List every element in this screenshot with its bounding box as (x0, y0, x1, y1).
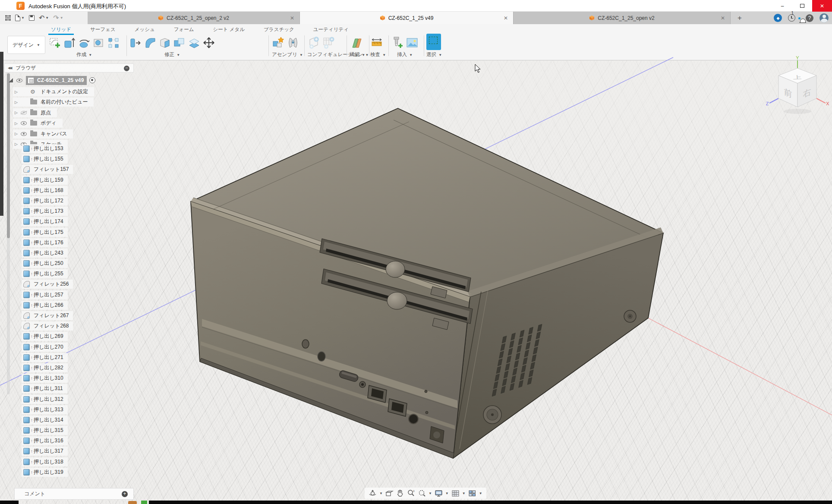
create-dropdown[interactable]: 作成 ▼ (48, 51, 120, 58)
extrude-button[interactable] (63, 35, 76, 50)
pattern-button[interactable] (107, 35, 120, 50)
look-at-button[interactable] (385, 489, 394, 498)
visibility-toggle[interactable] (21, 132, 30, 136)
chevron-down-icon[interactable]: ▼ (379, 491, 383, 495)
activate-component-icon[interactable] (89, 77, 95, 83)
collapse-panel-icon[interactable]: ◀◀ (8, 66, 11, 70)
hole-button[interactable] (92, 35, 105, 50)
feature-row[interactable]: 押し出し269 (22, 332, 68, 341)
construct-plane-button[interactable] (350, 35, 362, 50)
feature-row[interactable]: フィレット157 (22, 165, 73, 174)
close-tab-icon[interactable]: ✕ (721, 15, 725, 21)
expand-arrow-icon[interactable]: ▷ (15, 142, 21, 146)
feature-row[interactable]: 押し出し175 (22, 228, 68, 237)
collapse-all-icon[interactable]: − (124, 66, 129, 71)
grid-settings-button[interactable] (451, 489, 460, 498)
browser-folder-row[interactable]: ▷ ⚙ キャンバス (13, 129, 73, 139)
feature-row[interactable]: 押し出し173 (22, 207, 68, 216)
job-status-button[interactable]: 1 (788, 14, 794, 22)
browser-scrollbar-thumb[interactable] (7, 73, 10, 238)
expand-triangle-icon[interactable] (9, 78, 13, 82)
feature-row[interactable]: 押し出し172 (22, 196, 68, 205)
visibility-toggle[interactable] (16, 79, 26, 82)
extensions-icon[interactable]: ◆ (774, 14, 782, 22)
comment-bar[interactable]: コメント + (14, 488, 134, 500)
pan-button[interactable] (396, 489, 405, 498)
feature-row[interactable]: 押し出し313 (22, 405, 68, 414)
cad-model-body[interactable] (191, 108, 663, 458)
undo-button[interactable]: ↶▼ (39, 13, 49, 23)
feature-row[interactable]: 押し出し243 (22, 249, 68, 258)
chevron-down-icon[interactable]: ▼ (462, 491, 466, 495)
select-button[interactable] (426, 34, 441, 50)
browser-folder-row[interactable]: ▷ ⚙ ドキュメントの設定 (13, 87, 94, 96)
expand-arrow-icon[interactable]: ▷ (15, 132, 21, 136)
close-button[interactable]: ✕ (812, 0, 832, 12)
file-menu-button[interactable]: ▼ (15, 13, 25, 23)
tab-doc-1[interactable]: CZ-652C_1_25_open_2 v2 ✕ (88, 12, 300, 24)
create-sketch-button[interactable] (48, 35, 61, 50)
app-grid-icon[interactable] (5, 13, 11, 23)
new-component-button[interactable] (272, 35, 285, 50)
feature-row[interactable]: 押し出し282 (22, 363, 68, 372)
tab-doc-3[interactable]: CZ-652C_1_25_open v2 ✕ (514, 12, 731, 24)
browser-scrollbar-track[interactable] (7, 72, 10, 394)
ribbon-tab[interactable]: シート メタル (213, 25, 245, 35)
minimize-button[interactable]: – (772, 0, 792, 12)
3d-viewport[interactable]: ◀◀ ブラウザ − CZ-652C_1_25 v49 ▷ ⚙ ドキュメントの設定 (0, 60, 832, 504)
feature-row[interactable]: フィレット267 (22, 311, 73, 320)
construct-dropdown[interactable]: 構築 ▼ (350, 51, 365, 58)
inspect-dropdown[interactable]: 検査 ▼ (370, 51, 386, 58)
fit-button[interactable] (417, 489, 426, 498)
modify-dropdown[interactable]: 修正 ▼ (129, 51, 215, 58)
feature-row[interactable]: 押し出し316 (22, 436, 68, 445)
insert-canvas-button[interactable] (406, 35, 419, 50)
browser-header[interactable]: ◀◀ ブラウザ − (4, 63, 134, 72)
browser-root-row[interactable]: CZ-652C_1_25 v49 (9, 76, 95, 85)
browser-folder-row[interactable]: ▷ ⚙ ボディ (13, 119, 63, 128)
viewports-button[interactable] (468, 489, 477, 498)
feature-row[interactable]: 押し出し319 (22, 468, 68, 477)
feature-row[interactable]: 押し出し153 (22, 144, 68, 153)
save-button[interactable] (29, 13, 35, 23)
feature-row[interactable]: フィレット268 (22, 321, 73, 331)
expand-arrow-icon[interactable]: ▷ (15, 121, 21, 126)
display-settings-button[interactable] (434, 489, 443, 498)
combine-button[interactable] (173, 35, 186, 50)
feature-row[interactable]: 押し出し168 (22, 186, 68, 195)
avatar[interactable] (819, 13, 829, 22)
feature-row[interactable]: 押し出し250 (22, 259, 68, 268)
expand-arrow-icon[interactable]: ▷ (15, 100, 21, 104)
move-copy-button[interactable] (202, 35, 215, 50)
feature-row[interactable]: 押し出し174 (22, 217, 68, 226)
joint-button[interactable] (287, 35, 299, 50)
redo-button[interactable]: ↷▼ (53, 13, 63, 23)
press-pull-button[interactable] (129, 35, 142, 50)
zoom-button[interactable]: ± (407, 489, 416, 498)
expand-arrow-icon[interactable]: ▷ (15, 90, 21, 94)
feature-row[interactable]: 押し出し317 (22, 447, 68, 456)
feature-row[interactable]: 押し出し270 (22, 343, 68, 352)
view-cube[interactable]: 上 前 右 Y Z X (764, 56, 831, 121)
feature-row[interactable]: 押し出し255 (22, 269, 68, 278)
browser-folder-row[interactable]: ▷ ⚙ 原点 (13, 108, 57, 117)
new-tab-button[interactable]: + (735, 13, 744, 23)
feature-row[interactable]: 押し出し266 (22, 301, 68, 310)
feature-row[interactable]: 押し出し318 (22, 457, 68, 466)
feature-row[interactable]: 押し出し315 (22, 426, 68, 435)
insert-dropdown[interactable]: 挿入 ▼ (391, 51, 419, 58)
workspace-selector[interactable]: デザイン▼ (7, 36, 45, 54)
revolve-button[interactable] (78, 35, 91, 50)
orbit-button[interactable] (368, 489, 377, 498)
chevron-down-icon[interactable]: ▼ (445, 491, 449, 495)
shell-button[interactable] (158, 35, 171, 50)
help-button[interactable]: ? (806, 14, 813, 22)
feature-row[interactable]: 押し出し176 (22, 238, 68, 247)
split-body-button[interactable] (188, 35, 201, 50)
close-tab-icon[interactable]: ✕ (504, 15, 508, 21)
feature-row[interactable]: 押し出し312 (22, 395, 68, 404)
select-dropdown[interactable]: 選択 ▼ (426, 51, 442, 58)
feature-row[interactable]: 押し出し159 (22, 176, 68, 185)
maximize-button[interactable] (792, 0, 812, 12)
chevron-down-icon[interactable]: ▼ (429, 491, 432, 495)
